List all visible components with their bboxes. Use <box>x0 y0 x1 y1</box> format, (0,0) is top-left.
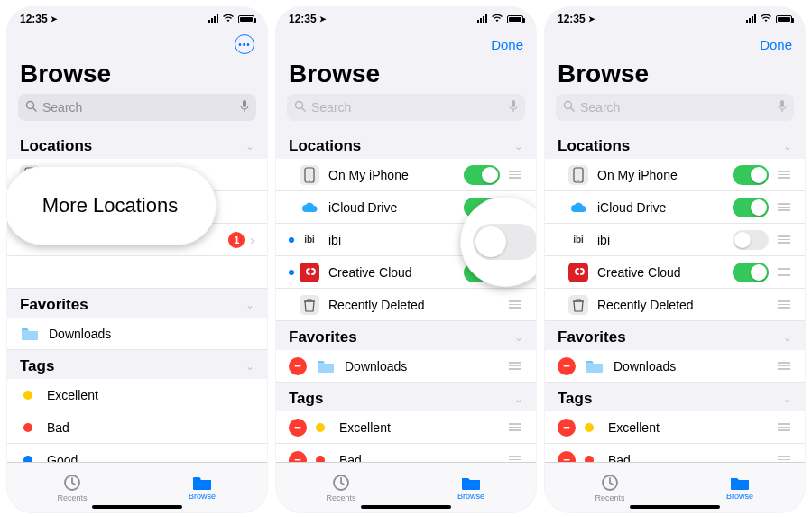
location-arrow-icon: ➤ <box>319 14 327 23</box>
delete-button[interactable]: − <box>558 451 576 463</box>
svg-line-15 <box>571 108 575 112</box>
tag-row[interactable]: Good <box>7 444 267 462</box>
home-indicator[interactable] <box>361 505 451 509</box>
icloud-icon <box>568 198 588 217</box>
content-scroll[interactable]: Locations ⌄ On My iPhoneiCloud Driveibii… <box>545 130 805 462</box>
done-button[interactable]: Done <box>491 37 523 52</box>
trash-icon <box>300 295 319 315</box>
delete-button[interactable]: − <box>558 357 576 375</box>
delete-button[interactable]: − <box>289 419 307 437</box>
wifi-icon <box>760 13 772 25</box>
location-row-hidden-2[interactable] <box>7 256 267 289</box>
content-scroll[interactable]: Locations ⌄ On My iPhoneiCloud Driveibii… <box>276 130 536 462</box>
tags-header[interactable]: Tags ⌄ <box>7 350 267 379</box>
wifi-icon <box>222 13 235 25</box>
tags-header[interactable]: Tags ⌄ <box>276 383 536 411</box>
location-row[interactable]: ibiibi <box>545 224 805 256</box>
tags-header[interactable]: Tags ⌄ <box>545 383 805 411</box>
toggle-switch[interactable] <box>733 198 769 217</box>
mic-icon[interactable] <box>240 100 249 115</box>
favorites-header[interactable]: Favorites ⌄ <box>545 321 805 350</box>
chevron-down-icon: ⌄ <box>783 392 792 405</box>
done-button[interactable]: Done <box>760 37 792 52</box>
new-indicator-dot <box>289 237 294 243</box>
status-bar: 12:35 ➤ <box>276 7 536 31</box>
search-input[interactable]: Search <box>287 94 525 121</box>
mic-icon <box>509 100 518 115</box>
toggle-switch[interactable] <box>733 230 769 250</box>
iphone-icon <box>300 165 319 185</box>
favorites-header[interactable]: Favorites ⌄ <box>276 321 536 350</box>
drag-handle-icon[interactable] <box>776 456 792 462</box>
cellular-icon <box>208 14 218 23</box>
drag-handle-icon[interactable] <box>776 235 792 244</box>
battery-icon <box>776 15 792 23</box>
more-options-button[interactable]: ••• <box>235 34 254 54</box>
wifi-icon <box>491 13 503 25</box>
toggle-switch[interactable] <box>733 165 769 185</box>
drag-handle-icon[interactable] <box>507 456 523 462</box>
search-input[interactable]: Search <box>18 94 256 121</box>
trash-icon <box>568 295 588 315</box>
delete-button[interactable]: − <box>289 451 307 463</box>
tag-color-dot <box>316 456 325 463</box>
tag-row[interactable]: − Excellent <box>545 411 805 444</box>
locations-header[interactable]: Locations ⌄ <box>545 130 805 159</box>
page-title: Browse <box>7 58 267 94</box>
favorite-row[interactable]: − Downloads <box>545 350 805 383</box>
drag-handle-icon[interactable] <box>507 423 523 431</box>
status-bar: 12:35 ➤ <box>7 7 267 31</box>
location-row[interactable]: Creative Cloud <box>545 256 805 289</box>
svg-rect-2 <box>243 100 246 107</box>
tag-row[interactable]: − Excellent <box>276 411 536 444</box>
drag-handle-icon[interactable] <box>776 203 792 211</box>
svg-line-1 <box>33 108 37 112</box>
tag-color-dot <box>585 423 594 432</box>
location-row[interactable]: iCloud Drive <box>545 191 805 224</box>
tag-color-dot <box>23 391 32 400</box>
favorites-header[interactable]: Favorites ⌄ <box>7 289 267 318</box>
locations-header[interactable]: Locations ⌄ <box>7 130 267 159</box>
search-input[interactable]: Search <box>556 94 794 121</box>
favorite-row-downloads[interactable]: Downloads <box>7 318 267 350</box>
status-bar: 12:35 ➤ <box>545 7 805 31</box>
chevron-down-icon: ⌄ <box>245 140 254 152</box>
location-arrow-icon: ➤ <box>51 14 58 23</box>
drag-handle-icon[interactable] <box>776 300 792 309</box>
drag-handle-icon[interactable] <box>776 423 792 431</box>
callout-more-locations: More Locations <box>7 166 217 245</box>
page-title: Browse <box>545 58 805 94</box>
tag-row[interactable]: Excellent <box>7 379 267 411</box>
drag-handle-icon[interactable] <box>776 171 792 179</box>
folder-icon <box>316 356 336 376</box>
chevron-down-icon: ⌄ <box>245 360 254 373</box>
drag-handle-icon[interactable] <box>507 362 523 370</box>
iphone-icon <box>568 165 588 185</box>
nav-bar: Done <box>276 31 536 58</box>
delete-button[interactable]: − <box>558 419 576 437</box>
locations-header[interactable]: Locations ⌄ <box>276 130 536 159</box>
location-row[interactable]: Recently Deleted <box>276 289 536 321</box>
cc-icon <box>300 263 319 282</box>
home-indicator[interactable] <box>92 505 182 509</box>
tag-row[interactable]: − Bad <box>276 444 536 462</box>
location-row[interactable]: On My iPhone <box>276 159 536 191</box>
location-row[interactable]: On My iPhone <box>545 159 805 191</box>
tag-row[interactable]: Bad <box>7 411 267 444</box>
mic-icon <box>778 100 787 115</box>
favorite-row[interactable]: − Downloads <box>276 350 536 383</box>
delete-button[interactable]: − <box>289 357 307 375</box>
toggle-switch[interactable] <box>733 263 769 282</box>
toggle-switch[interactable] <box>464 165 500 185</box>
location-row[interactable]: Recently Deleted <box>545 289 805 321</box>
chevron-down-icon: ⌄ <box>514 392 523 405</box>
phone-screen-3: 12:35 ➤ Done Browse Search Locations ⌄ O… <box>545 7 805 512</box>
drag-handle-icon[interactable] <box>507 300 523 309</box>
svg-rect-16 <box>780 100 784 107</box>
drag-handle-icon[interactable] <box>776 268 792 276</box>
home-indicator[interactable] <box>630 505 720 509</box>
drag-handle-icon[interactable] <box>507 171 523 179</box>
page-title: Browse <box>276 58 536 94</box>
tag-row[interactable]: − Bad <box>545 444 805 462</box>
drag-handle-icon[interactable] <box>776 362 792 370</box>
